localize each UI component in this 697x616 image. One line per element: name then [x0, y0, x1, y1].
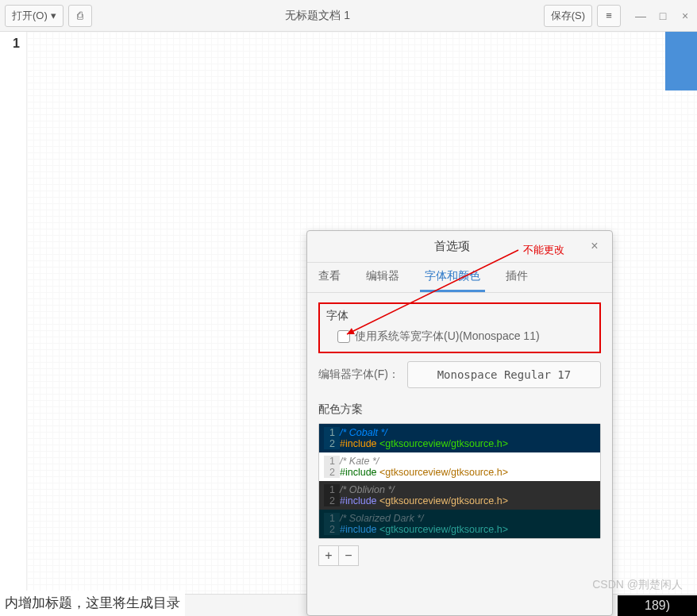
maximize-button[interactable]: □ [656, 9, 670, 23]
app-toolbar: 打开(O) ▾ ⎙ 无标题文档 1 保存(S) ≡ — □ × [0, 0, 697, 32]
annotation-text: 不能更改 [523, 243, 564, 257]
bottom-right-overlay: 189) [618, 595, 697, 616]
minimize-button[interactable]: — [633, 9, 648, 23]
chevron-down-icon: ▾ [51, 10, 56, 21]
tab-editor[interactable]: 编辑器 [361, 263, 404, 292]
add-scheme-button[interactable]: + [318, 545, 339, 566]
close-window-button[interactable]: × [678, 9, 692, 23]
tab-font-colors[interactable]: 字体和颜色 [420, 263, 485, 292]
new-document-button[interactable]: ⎙ [68, 5, 92, 27]
tab-view[interactable]: 查看 [314, 263, 345, 292]
use-system-font-label: 使用系统等宽字体(U)(Monospace 11) [355, 329, 540, 344]
editor-font-row: 编辑器字体(F)： Monospace Regular 17 [318, 361, 601, 388]
csdn-watermark: CSDN @荆楚闲人 [592, 578, 683, 592]
use-system-font-row[interactable]: 使用系统等宽字体(U)(Monospace 11) [326, 329, 593, 344]
color-scheme-list: 1/* Cobalt */ 2#include <gtksourceview/g… [318, 423, 601, 539]
menu-icon: ≡ [606, 10, 612, 21]
prefs-body: 字体 使用系统等宽字体(U)(Monospace 11) 编辑器字体(F)： M… [307, 293, 612, 615]
new-doc-icon: ⎙ [77, 10, 83, 21]
tab-plugins[interactable]: 插件 [501, 263, 533, 292]
font-section-label: 字体 [326, 309, 593, 323]
save-label: 保存(S) [551, 9, 585, 23]
line-number: 1 [0, 37, 20, 51]
highlighted-font-section: 字体 使用系统等宽字体(U)(Monospace 11) [318, 302, 601, 353]
save-button[interactable]: 保存(S) [544, 5, 592, 27]
scheme-solarized-dark[interactable]: 1/* Solarized Dark */ 2#include <gtksour… [319, 510, 600, 538]
window-controls: — □ × [633, 9, 692, 23]
open-button[interactable]: 打开(O) ▾ [5, 5, 64, 27]
scheme-kate[interactable]: 1/* Kate */ 2#include <gtksourceview/gtk… [319, 452, 600, 481]
editor-font-button[interactable]: Monospace Regular 17 [407, 361, 601, 388]
scheme-section-label: 配色方案 [318, 402, 601, 417]
open-label: 打开(O) [12, 9, 48, 23]
line-gutter: 1 [0, 32, 27, 594]
scheme-cobalt[interactable]: 1/* Cobalt */ 2#include <gtksourceview/g… [319, 424, 600, 452]
bottom-caption: 内增加标题，这里将生成目录 [0, 591, 185, 616]
dialog-header: 首选项 × [307, 231, 612, 263]
prefs-tabs: 查看 编辑器 字体和颜色 插件 [307, 263, 612, 293]
document-title: 无标题文档 1 [97, 9, 539, 23]
remove-scheme-button[interactable]: − [338, 545, 359, 566]
use-system-font-checkbox[interactable] [337, 330, 350, 343]
scheme-oblivion[interactable]: 1/* Oblivion */ 2#include <gtksourceview… [319, 481, 600, 510]
right-highlight-strip [665, 32, 697, 90]
editor-font-label: 编辑器字体(F)： [318, 368, 399, 382]
dialog-close-button[interactable]: × [587, 239, 603, 255]
scheme-action-buttons: + − [318, 545, 601, 566]
preferences-dialog: 首选项 × 不能更改 查看 编辑器 字体和颜色 插件 字体 使用系统等宽字体(U… [306, 230, 613, 616]
hamburger-menu-button[interactable]: ≡ [597, 5, 621, 27]
